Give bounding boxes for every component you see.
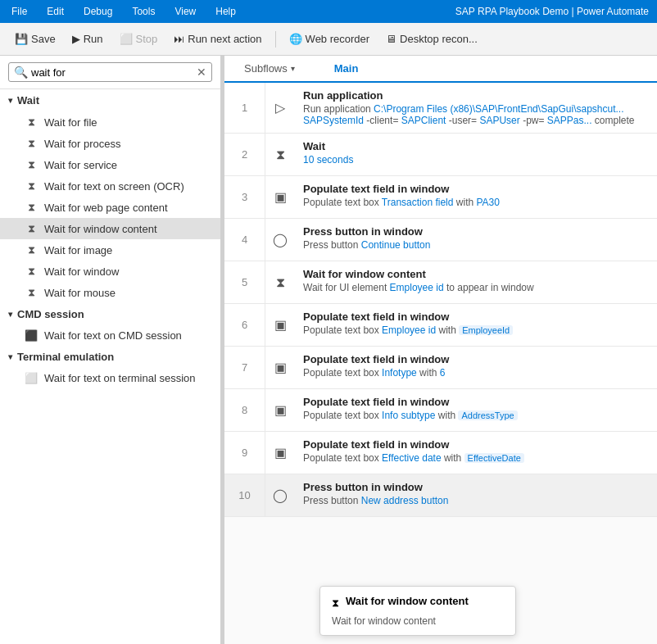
popup-desc: Wait for window content (332, 615, 504, 627)
hourglass-icon: ⧗ (25, 201, 38, 214)
run-next-icon: ⏭ (174, 33, 184, 45)
search-input[interactable] (31, 66, 197, 79)
search-icon: 🔍 (14, 66, 28, 79)
sidebar-item-label: Wait for window content (44, 223, 157, 235)
sidebar-item-wait-text-terminal[interactable]: ⬜ Wait for text on terminal session (0, 368, 220, 388)
desktop-recon-button[interactable]: 🖥 Desktop recon... (379, 29, 484, 48)
run-next-label: Run next action (188, 33, 261, 45)
link: New address button (361, 495, 449, 506)
title-bar: File Edit Debug Tools View Help SAP RPA … (0, 0, 657, 23)
menu-debug[interactable]: Debug (80, 4, 116, 19)
stop-button[interactable]: ⬜ Stop (113, 29, 165, 48)
flow-row-title: Wait for window content (303, 268, 649, 280)
web-recorder-button[interactable]: 🌐 Web recorder (283, 29, 377, 48)
tab-main[interactable]: Main (315, 56, 378, 83)
cmd-group-header[interactable]: ▾ CMD session (0, 303, 220, 325)
terminal-group-header[interactable]: ▾ Terminal emulation (0, 346, 220, 368)
button-icon: ◯ (265, 474, 295, 516)
flow-row-4[interactable]: 4 ◯ Press button in window Press button … (224, 219, 657, 261)
desktop-recon-label: Desktop recon... (400, 33, 478, 45)
flow-row-8[interactable]: 8 ▣ Populate text field in window Popula… (224, 389, 657, 432)
hourglass-icon: ⧗ (25, 116, 38, 129)
sidebar-item-wait-for-web-page[interactable]: ⧗ Wait for web page content (0, 197, 220, 218)
flow-row-1[interactable]: 1 ▷ Run application Run application C:\P… (224, 83, 657, 134)
menu-file[interactable]: File (8, 4, 30, 19)
clear-icon[interactable]: ✕ (197, 66, 206, 79)
link: SAPSystemId (303, 115, 364, 126)
menu-help[interactable]: Help (212, 4, 239, 19)
flow-row-num: 6 (224, 304, 265, 346)
flow-row-content: Populate text field in window Populate t… (295, 432, 657, 474)
sidebar-item-wait-for-image[interactable]: ⧗ Wait for image (0, 239, 220, 261)
flow-row-9[interactable]: 9 ▣ Populate text field in window Popula… (224, 432, 657, 474)
flow-row-desc: Wait for UI element Employee id to appea… (303, 282, 649, 293)
tab-main-label: Main (334, 62, 359, 75)
save-label: Save (31, 33, 56, 45)
flow-row-3[interactable]: 3 ▣ Populate text field in window Popula… (224, 176, 657, 219)
flow-row-desc: Populate text box Employee id with Emplo… (303, 324, 649, 336)
search-wrap: 🔍 ✕ (8, 62, 212, 82)
wait-group-label: Wait (17, 94, 39, 107)
toolbar: 💾 Save ▶ Run ⬜ Stop ⏭ Run next action 🌐 … (0, 23, 657, 56)
run-next-button[interactable]: ⏭ Run next action (167, 29, 268, 48)
sidebar-item-label: Wait for text on CMD session (44, 329, 182, 342)
flow-row-desc: 10 seconds (303, 154, 649, 166)
flow-row-7[interactable]: 7 ▣ Populate text field in window Popula… (224, 347, 657, 389)
flow-row-5[interactable]: 5 ⧗ Wait for window content Wait for UI … (224, 261, 657, 304)
run-button[interactable]: ▶ Run (66, 29, 110, 48)
hourglass-icon: ⧗ (25, 158, 38, 171)
cmd-chevron-icon: ▾ (8, 310, 12, 319)
flow-row-num: 2 (224, 134, 265, 175)
link: SAPClient (401, 115, 446, 126)
sidebar-item-wait-for-service[interactable]: ⧗ Wait for service (0, 154, 220, 175)
run-label: Run (84, 33, 103, 45)
flow-row-content: Populate text field in window Populate t… (295, 347, 657, 388)
flow-row-desc: Run application C:\Program Files (x86)\S… (303, 103, 649, 126)
flow-row-content: Populate text field in window Populate t… (295, 176, 657, 218)
window-icon: ▣ (265, 347, 295, 388)
flow-row-title: Run application (303, 89, 649, 102)
desktop-icon: 🖥 (386, 33, 396, 45)
flow-row-10[interactable]: 10 ◯ Press button in window Press button… (224, 474, 657, 517)
save-button[interactable]: 💾 Save (8, 29, 62, 48)
sidebar-item-wait-for-file[interactable]: ⧗ Wait for file (0, 111, 220, 133)
flow-row-title: Press button in window (303, 225, 649, 238)
tab-subflows[interactable]: Subflows ▾ (224, 56, 315, 83)
flow-row-content: Populate text field in window Populate t… (295, 389, 657, 431)
sidebar-item-wait-for-window-content[interactable]: ⧗ Wait for window content (0, 218, 220, 239)
window-icon: ▣ (265, 304, 295, 346)
main-layout: 🔍 ✕ ▾ Wait ⧗ Wait for file ⧗ Wait for pr… (0, 56, 657, 644)
flow-row-content: Wait for window content Wait for UI elem… (295, 261, 657, 303)
sidebar-item-wait-text-cmd[interactable]: ⬛ Wait for text on CMD session (0, 325, 220, 346)
toolbar-separator (275, 31, 276, 48)
flow-row-2[interactable]: 2 ⧗ Wait 10 seconds (224, 134, 657, 176)
flow-row-6[interactable]: 6 ▣ Populate text field in window Popula… (224, 304, 657, 347)
menu-edit[interactable]: Edit (43, 4, 67, 19)
link: SAPPas... (547, 115, 592, 126)
sidebar-item-wait-for-mouse[interactable]: ⧗ Wait for mouse (0, 282, 220, 303)
link: Transaction field (382, 197, 454, 208)
terminal-chevron-icon: ▾ (8, 352, 12, 361)
sidebar-item-label: Wait for service (44, 159, 117, 171)
menu-tools[interactable]: Tools (129, 4, 158, 19)
link: 6 (440, 367, 446, 379)
flow-row-num: 9 (224, 432, 265, 474)
badge: EmployeeId (459, 325, 513, 335)
link: Employee id (382, 324, 436, 336)
link: Employee id (390, 282, 444, 293)
flow-row-num: 4 (224, 219, 265, 261)
hourglass-icon: ⧗ (25, 286, 38, 299)
hourglass-icon: ⧗ (25, 179, 38, 193)
sidebar-item-wait-for-text-ocr[interactable]: ⧗ Wait for text on screen (OCR) (0, 175, 220, 197)
sidebar-item-wait-for-window[interactable]: ⧗ Wait for window (0, 261, 220, 282)
hourglass-icon: ⧗ (25, 243, 38, 256)
content-area: Subflows ▾ Main 1 ▷ Run application Run … (224, 56, 657, 644)
link: 10 seconds (303, 154, 353, 166)
link: Infotype (382, 367, 417, 379)
menu-view[interactable]: View (171, 4, 199, 19)
sidebar-item-wait-for-process[interactable]: ⧗ Wait for process (0, 133, 220, 154)
hourglass-icon: ⧗ (265, 261, 295, 303)
search-section: 🔍 ✕ (0, 56, 220, 89)
flow-row-num: 8 (224, 389, 265, 431)
wait-group-header[interactable]: ▾ Wait (0, 89, 220, 111)
